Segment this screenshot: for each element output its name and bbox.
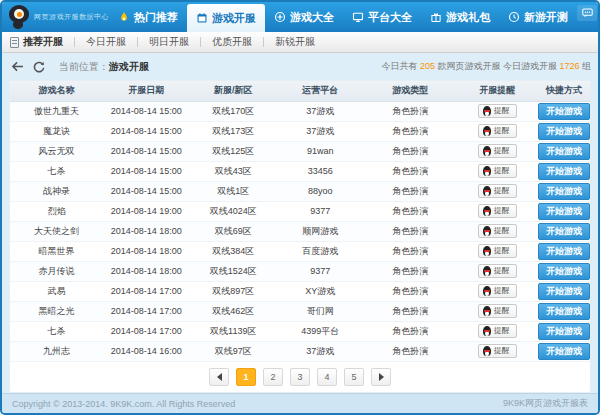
next-arrow-icon [379, 373, 384, 381]
subnav-item-tomorrow[interactable]: 明日开服 [138, 35, 200, 49]
cell-name: 烈焰 [10, 201, 103, 221]
cell-remind: 提醒 [457, 181, 538, 201]
start-game-button[interactable]: 开始游戏 [538, 283, 590, 300]
logo-text: 网页游戏开服数据中心 [34, 12, 109, 22]
col-open-date: 开服日期 [103, 81, 190, 101]
qq-remind-button[interactable]: 提醒 [478, 104, 517, 118]
cell-name: 风云无双 [10, 141, 103, 161]
qq-remind-button[interactable]: 提醒 [478, 264, 517, 278]
start-game-button[interactable]: 开始游戏 [538, 143, 590, 160]
qq-remind-button[interactable]: 提醒 [478, 324, 517, 338]
subnav-item-new[interactable]: 新锐开服 [264, 35, 326, 49]
nav-tab-games[interactable]: 游戏大全 [265, 2, 343, 32]
subnav-item-today[interactable]: 今日开服 [75, 35, 137, 49]
table-row: 傲世九重天2014-08-14 15:00双线170区37游戏角色扮演提醒开始游… [10, 101, 590, 121]
page-button-2[interactable]: 2 [263, 368, 283, 386]
qq-penguin-icon [483, 126, 491, 136]
start-game-button[interactable]: 开始游戏 [538, 183, 590, 200]
qq-remind-button[interactable]: 提醒 [478, 284, 517, 298]
cell-server: 双线97区 [190, 341, 277, 361]
compass-icon [274, 11, 286, 23]
nav-tab-kaifu[interactable]: 游戏开服 [187, 4, 265, 32]
cell-type: 角色扮演 [364, 321, 457, 341]
cell-date: 2014-08-14 19:00 [103, 201, 190, 221]
page-button-4[interactable]: 4 [317, 368, 337, 386]
subnav-item-quality[interactable]: 优质开服 [201, 35, 263, 49]
nav-tab-gifts[interactable]: 游戏礼包 [421, 2, 499, 32]
table-row: 暗黑世界2014-08-14 18:00双线384区百度游戏角色扮演提醒开始游戏 [10, 241, 590, 261]
start-game-button[interactable]: 开始游戏 [538, 223, 590, 240]
pagination: 12345 [10, 362, 590, 393]
table-row: 战神录2014-08-14 15:00双线1区88yoo角色扮演提醒开始游戏 [10, 181, 590, 201]
page-next-button[interactable] [371, 368, 391, 386]
cell-platform: 顺网游戏 [277, 221, 364, 241]
main-nav: 热门推荐 游戏开服 游戏大全 平台大全 [109, 2, 577, 32]
footer-brand-text: 9K9K网页游戏开服表 [503, 397, 588, 410]
qq-remind-button[interactable]: 提醒 [478, 164, 517, 178]
cell-quick: 开始游戏 [538, 121, 590, 141]
page-button-3[interactable]: 3 [290, 368, 310, 386]
nav-tab-label: 游戏礼包 [446, 10, 490, 25]
nav-tab-newtests[interactable]: 新游开测 [499, 2, 577, 32]
start-game-button[interactable]: 开始游戏 [538, 163, 590, 180]
start-game-button[interactable]: 开始游戏 [538, 123, 590, 140]
qq-remind-button[interactable]: 提醒 [478, 344, 517, 358]
gift-icon [430, 11, 442, 23]
col-server: 新服/新区 [190, 81, 277, 101]
subnav-item-recommended[interactable]: 推荐开服 [23, 35, 74, 49]
page-button-5[interactable]: 5 [344, 368, 364, 386]
qq-penguin-icon [483, 286, 491, 296]
calendar-icon [196, 12, 208, 24]
cell-type: 角色扮演 [364, 341, 457, 361]
nav-tab-platforms[interactable]: 平台大全 [343, 2, 421, 32]
qq-remind-button[interactable]: 提醒 [478, 304, 517, 318]
start-game-button[interactable]: 开始游戏 [538, 243, 590, 260]
remind-label: 提醒 [494, 286, 510, 296]
remind-label: 提醒 [494, 266, 510, 276]
page-button-1[interactable]: 1 [236, 368, 256, 386]
cell-platform: 37游戏 [277, 101, 364, 121]
cell-quick: 开始游戏 [538, 221, 590, 241]
qq-penguin-icon [483, 346, 491, 356]
nav-tab-hot[interactable]: 热门推荐 [109, 2, 187, 32]
qq-remind-button[interactable]: 提醒 [478, 224, 517, 238]
start-game-button[interactable]: 开始游戏 [538, 323, 590, 340]
monitor-icon [352, 11, 364, 23]
start-game-button[interactable]: 开始游戏 [538, 343, 590, 360]
start-game-button[interactable]: 开始游戏 [538, 103, 590, 120]
qq-remind-button[interactable]: 提醒 [478, 204, 517, 218]
feedback-button[interactable] [577, 5, 597, 21]
qq-remind-button[interactable]: 提醒 [478, 184, 517, 198]
nav-tab-label: 游戏开服 [212, 11, 256, 26]
cell-remind: 提醒 [457, 301, 538, 321]
nav-tab-label: 热门推荐 [134, 10, 178, 25]
cell-remind: 提醒 [457, 321, 538, 341]
start-game-button[interactable]: 开始游戏 [538, 203, 590, 220]
cell-name: 傲世九重天 [10, 101, 103, 121]
cell-remind: 提醒 [457, 141, 538, 161]
back-icon[interactable] [9, 61, 25, 72]
cell-platform: 4399平台 [277, 321, 364, 341]
refresh-icon[interactable] [31, 61, 47, 73]
cell-quick: 开始游戏 [538, 341, 590, 361]
nav-tab-label: 游戏大全 [290, 10, 334, 25]
table-header-row: 游戏名称 开服日期 新服/新区 运营平台 游戏类型 开服提醒 快捷方式 [10, 81, 590, 101]
qq-remind-button[interactable]: 提醒 [478, 144, 517, 158]
server-table: 游戏名称 开服日期 新服/新区 运营平台 游戏类型 开服提醒 快捷方式 傲世九重… [10, 81, 590, 362]
start-game-button[interactable]: 开始游戏 [538, 303, 590, 320]
qq-remind-button[interactable]: 提醒 [478, 244, 517, 258]
table-row: 九州志2014-08-14 16:00双线97区37游戏角色扮演提醒开始游戏 [10, 341, 590, 361]
cell-name: 七杀 [10, 161, 103, 181]
app-window: 网页游戏开服数据中心 热门推荐 游戏开服 游戏大全 [0, 0, 600, 415]
table-row: 烈焰2014-08-14 19:00双线4024区9377角色扮演提醒开始游戏 [10, 201, 590, 221]
qq-remind-button[interactable]: 提醒 [478, 124, 517, 138]
page-prev-button[interactable] [209, 368, 229, 386]
start-game-button[interactable]: 开始游戏 [538, 263, 590, 280]
cell-name: 九州志 [10, 341, 103, 361]
table-row: 魔龙诀2014-08-14 15:00双线173区37游戏角色扮演提醒开始游戏 [10, 121, 590, 141]
cell-type: 角色扮演 [364, 101, 457, 121]
remind-label: 提醒 [494, 246, 510, 256]
cell-platform: 9377 [277, 201, 364, 221]
cell-server: 双线170区 [190, 101, 277, 121]
cell-date: 2014-08-14 16:00 [103, 341, 190, 361]
